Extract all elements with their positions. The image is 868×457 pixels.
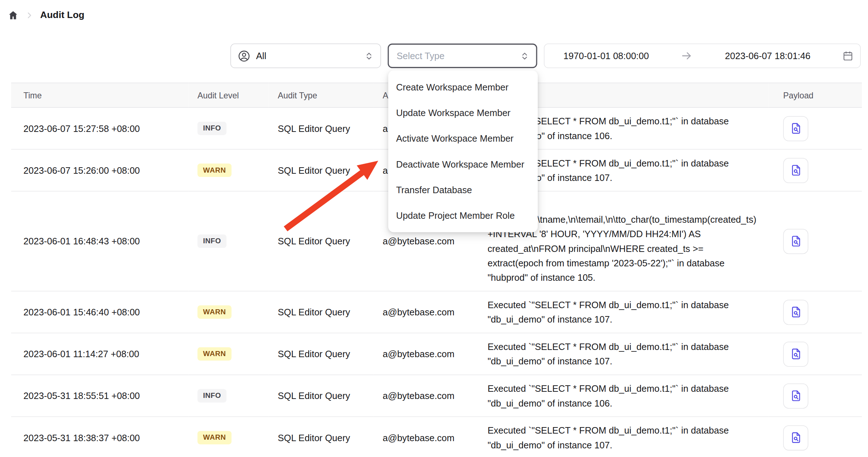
audit-level-badge: WARN: [197, 431, 231, 444]
arrow-right-icon: [681, 50, 693, 62]
comment-cell: Executed `"SELECT * FROM db_ui_demo.t1;"…: [479, 333, 769, 375]
person-circle-icon: [238, 49, 251, 62]
payload-cell: [769, 333, 862, 375]
chevrons-up-down-icon: [520, 51, 529, 61]
audit-level-badge: INFO: [197, 235, 227, 248]
table-row: 2023-06-01 11:14:27 +08:00 WARN SQL Edit…: [11, 333, 862, 375]
comment-cell: Executed `"SELECT * FROM db_ui_demo.t1;"…: [479, 417, 769, 457]
column-header-audit-level: Audit Level: [189, 83, 269, 107]
payload-cell: [769, 417, 862, 457]
payload-cell: [769, 291, 862, 333]
comment-cell: Executed `"SELECT * FROM db_ui_demo.t1;"…: [479, 291, 769, 333]
breadcrumb-separator-icon: [25, 11, 33, 19]
file-search-icon: [789, 122, 802, 134]
audit-type-cell: SQL Editor Query: [269, 191, 374, 291]
time-cell: 2023-05-31 18:55:51 +08:00: [11, 375, 189, 417]
table-row: 2023-05-31 18:55:51 +08:00 INFO SQL Edit…: [11, 375, 862, 417]
actor-cell: a@bytebase.com: [374, 291, 479, 333]
filter-bar: All Select Type 1970-01-01 08:00:00 2023…: [231, 44, 861, 68]
audit-level-badge: INFO: [197, 389, 227, 403]
payload-view-button[interactable]: [783, 116, 809, 141]
actor-cell: a@bytebase.com: [374, 417, 479, 457]
chevrons-up-down-icon: [364, 51, 373, 61]
file-search-icon: [789, 431, 802, 444]
audit-log-page: Audit Log All Select Type 1970-01-01 08:…: [0, 0, 868, 457]
type-filter-dropdown: Create Workspace Member Update Workspace…: [388, 70, 538, 232]
time-cell: 2023-06-01 15:46:40 +08:00: [11, 291, 189, 333]
page-title: Audit Log: [40, 9, 85, 21]
payload-cell: [769, 375, 862, 417]
column-header-payload: Payload: [769, 83, 862, 107]
actor-filter-select[interactable]: All: [231, 44, 381, 68]
dropdown-option-update-workspace-member[interactable]: Update Workspace Member: [388, 100, 538, 125]
table-row: 2023-05-31 18:38:37 +08:00 WARN SQL Edit…: [11, 417, 862, 457]
audit-type-cell: SQL Editor Query: [269, 417, 374, 457]
time-cell: 2023-05-31 18:38:37 +08:00: [11, 417, 189, 457]
dropdown-option-transfer-database[interactable]: Transfer Database: [388, 177, 538, 203]
file-search-icon: [789, 306, 802, 318]
actor-cell: a@bytebase.com: [374, 333, 479, 375]
payload-cell: [769, 107, 862, 149]
file-search-icon: [789, 235, 802, 247]
audit-level-cell: WARN: [189, 149, 269, 191]
breadcrumb: Audit Log: [8, 9, 85, 21]
time-cell: 2023-06-01 11:14:27 +08:00: [11, 333, 189, 375]
column-header-audit-type: Audit Type: [269, 83, 374, 107]
payload-view-button[interactable]: [783, 383, 809, 408]
dropdown-option-update-project-member-role[interactable]: Update Project Member Role: [388, 203, 538, 228]
audit-level-badge: WARN: [197, 164, 231, 177]
calendar-icon: [842, 50, 854, 61]
payload-view-button[interactable]: [783, 341, 809, 367]
audit-level-cell: WARN: [189, 333, 269, 375]
audit-type-cell: SQL Editor Query: [269, 107, 374, 149]
dropdown-option-activate-workspace-member[interactable]: Activate Workspace Member: [388, 125, 538, 151]
audit-level-badge: WARN: [197, 347, 231, 361]
payload-view-button[interactable]: [783, 425, 809, 450]
audit-level-badge: WARN: [197, 306, 231, 319]
time-cell: 2023-06-07 15:27:58 +08:00: [11, 107, 189, 149]
audit-level-badge: INFO: [197, 122, 227, 135]
audit-level-cell: WARN: [189, 417, 269, 457]
audit-type-cell: SQL Editor Query: [269, 291, 374, 333]
audit-type-cell: SQL Editor Query: [269, 375, 374, 417]
audit-type-cell: SQL Editor Query: [269, 149, 374, 191]
audit-level-cell: INFO: [189, 375, 269, 417]
file-search-icon: [789, 390, 802, 402]
actor-cell: a@bytebase.com: [374, 375, 479, 417]
file-search-icon: [789, 348, 802, 360]
date-range-picker[interactable]: 1970-01-01 08:00:00 2023-06-07 18:01:46: [544, 44, 861, 68]
type-filter-placeholder: Select Type: [397, 50, 520, 61]
column-header-time: Time: [11, 83, 189, 107]
audit-level-cell: INFO: [189, 107, 269, 149]
type-filter-select[interactable]: Select Type: [388, 44, 537, 68]
date-from-value: 1970-01-01 08:00:00: [563, 50, 649, 61]
payload-cell: [769, 149, 862, 191]
audit-type-cell: SQL Editor Query: [269, 333, 374, 375]
file-search-icon: [789, 164, 802, 176]
dropdown-option-create-workspace-member[interactable]: Create Workspace Member: [388, 74, 538, 100]
audit-level-cell: WARN: [189, 291, 269, 333]
table-row: 2023-06-01 15:46:40 +08:00 WARN SQL Edit…: [11, 291, 862, 333]
payload-view-button[interactable]: [783, 228, 809, 254]
time-cell: 2023-06-01 16:48:43 +08:00: [11, 191, 189, 291]
time-cell: 2023-06-07 15:26:00 +08:00: [11, 149, 189, 191]
comment-cell: Executed `"SELECT * FROM db_ui_demo.t1;"…: [479, 375, 769, 417]
payload-cell: [769, 191, 862, 291]
audit-level-cell: INFO: [189, 191, 269, 291]
payload-view-button[interactable]: [783, 300, 809, 325]
payload-view-button[interactable]: [783, 158, 809, 183]
actor-filter-value: All: [256, 50, 359, 61]
date-to-value: 2023-06-07 18:01:46: [725, 50, 810, 61]
home-icon[interactable]: [8, 10, 18, 20]
dropdown-option-deactivate-workspace-member[interactable]: Deactivate Workspace Member: [388, 151, 538, 177]
